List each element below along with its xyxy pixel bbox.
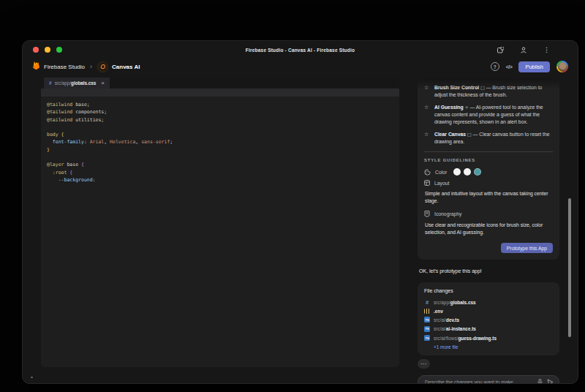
star-icon: ☆ <box>424 104 430 126</box>
chevron-right-icon: › <box>90 64 92 70</box>
code-editor-panel: # src/app/globals.css × @tailwind base;@… <box>41 78 399 367</box>
code-line: } <box>47 146 399 154</box>
color-guideline-row: Color <box>424 168 553 176</box>
code-line: font-family: Arial, Helvetica, sans-seri… <box>47 138 399 146</box>
chat-scrollbar-thumb[interactable] <box>568 198 571 337</box>
file-changes-title: File changes <box>424 288 553 293</box>
file-path-text: .env <box>434 309 443 314</box>
close-window-button[interactable] <box>33 47 39 53</box>
tab-filename: globals.css <box>71 80 96 86</box>
iconography-icon <box>424 211 430 217</box>
layout-guideline-row: Layout <box>424 180 553 186</box>
feature-list: ☆Brush Size Control ▢ — Brush size selec… <box>424 84 553 146</box>
code-line: body { <box>47 131 399 138</box>
code-area[interactable]: @tailwind base;@tailwind components;@tai… <box>41 97 399 184</box>
prototype-button-row: Prototype this App <box>424 243 553 253</box>
close-tab-icon[interactable]: × <box>101 80 105 86</box>
layout-icon <box>424 180 430 186</box>
ts-file-icon: TS <box>424 326 430 332</box>
feature-item: ☆Brush Size Control ▢ — Brush size selec… <box>424 84 553 99</box>
app-blueprint-card: ☆Brush Size Control ▢ — Brush size selec… <box>418 78 559 260</box>
file-row[interactable]: #src/app/globals.css <box>424 299 553 305</box>
minimize-window-button[interactable] <box>45 47 50 53</box>
canvas-ai-app-icon <box>97 61 108 72</box>
file-path-text: src/app/globals.css <box>434 300 476 305</box>
firebase-logo-icon <box>32 60 40 73</box>
app-window: Firebase Studio - Canvas AI - Firebase S… <box>22 40 578 384</box>
frame-icon: ▢ <box>479 85 486 90</box>
help-icon[interactable]: ? <box>491 62 499 71</box>
code-line <box>47 154 399 161</box>
chat-input[interactable] <box>423 379 533 385</box>
iconography-label: Iconography <box>434 211 461 216</box>
window-titlebar: Firebase Studio - Canvas AI - Firebase S… <box>23 41 578 59</box>
file-path-text: src/ai/ai-instance.ts <box>434 326 476 331</box>
file-path-text: src/ai/dev.ts <box>434 317 459 323</box>
palette-icon <box>424 169 431 176</box>
file-row[interactable]: TSsrc/ai/dev.ts <box>424 317 553 323</box>
user-profile-icon[interactable] <box>521 47 526 53</box>
code-line <box>47 124 399 131</box>
breadcrumb-app-name[interactable]: Canvas AI <box>112 64 140 70</box>
breadcrumb-brand[interactable]: Firebase Studio <box>44 64 85 70</box>
maximize-window-button[interactable] <box>56 47 62 53</box>
feature-text: Brush Size Control ▢ — Brush size select… <box>434 84 553 99</box>
publish-button[interactable]: Publish <box>518 61 550 72</box>
style-guidelines-heading: STYLE GUIDELINES <box>424 158 553 162</box>
color-swatches <box>453 168 481 176</box>
assistant-message: OK, let's prototype this app! <box>419 268 558 274</box>
editor-sticky-band <box>41 88 399 97</box>
code-line: @tailwind components; <box>47 108 399 116</box>
file-changes-card: File changes #src/app/globals.css.envTSs… <box>418 282 559 355</box>
feature-text: AI Guessing ✧ — AI-powered tool to analy… <box>434 104 553 126</box>
file-path-text: src/ai/flows/guess-drawing.ts <box>434 336 497 341</box>
editor-tab-globals-css[interactable]: # src/app/globals.css × <box>44 78 110 88</box>
frame-icon: ▢ <box>466 132 472 137</box>
desktop: Firebase Studio - Canvas AI - Firebase S… <box>0 0 585 392</box>
file-changes-list: #src/app/globals.css.envTSsrc/ai/dev.tsT… <box>424 299 553 341</box>
css-file-icon: # <box>424 299 430 305</box>
iconography-guideline-row: Iconography <box>424 211 553 217</box>
tab-path: src/app/ <box>55 80 71 86</box>
color-swatch <box>464 168 471 176</box>
browser-menu-icon[interactable]: ⋮ <box>543 47 550 53</box>
open-in-browser-icon[interactable] <box>497 47 504 53</box>
ts-file-icon: TS <box>424 317 430 323</box>
user-avatar[interactable] <box>556 61 568 72</box>
ai-chat-panel: ☆Brush Size Control ▢ — Brush size selec… <box>418 78 559 384</box>
iconography-description: Use clear and recognizable icons for bru… <box>425 222 553 236</box>
window-corner-dot <box>31 377 33 379</box>
card-divider <box>424 151 553 152</box>
app-header: Firebase Studio › Canvas AI ? </> Publis… <box>23 59 578 75</box>
traffic-lights <box>33 47 62 53</box>
layout-label: Layout <box>434 181 449 186</box>
css-file-icon: # <box>49 80 52 86</box>
code-line: @tailwind utilities; <box>47 116 399 124</box>
env-file-icon <box>424 309 430 314</box>
feature-item: ☆AI Guessing ✧ — AI-powered tool to anal… <box>424 104 553 126</box>
color-swatch <box>453 168 461 176</box>
code-line: @layer base { <box>47 161 399 168</box>
file-row[interactable]: .env <box>424 309 553 314</box>
feature-item: ☆Clear Canvas ▢ — Clear canvas button to… <box>424 131 553 146</box>
code-view-icon[interactable]: </> <box>506 64 513 69</box>
color-label: Color <box>435 170 447 175</box>
file-row[interactable]: TSsrc/ai/ai-instance.ts <box>424 326 553 332</box>
ts-file-icon: TS <box>424 335 430 341</box>
send-icon[interactable] <box>547 375 554 384</box>
editor-tab-bar: # src/app/globals.css × <box>41 78 399 88</box>
code-line: :root { <box>47 169 399 176</box>
prototype-this-app-button[interactable]: Prototype this App <box>501 243 553 253</box>
layout-description: Simple and intuitive layout with the can… <box>425 190 553 205</box>
file-row[interactable]: TSsrc/ai/flows/guess-drawing.ts <box>424 335 553 341</box>
chat-input-bar <box>418 375 559 385</box>
code-line: @tailwind base; <box>47 101 399 108</box>
code-line: --background: <box>47 176 399 184</box>
feature-text: Clear Canvas ▢ — Clear canvas button to … <box>434 131 553 146</box>
microphone-icon[interactable] <box>537 375 543 384</box>
color-swatch <box>474 168 481 176</box>
star-icon: ☆ <box>424 131 430 146</box>
typing-indicator: ··· <box>418 359 430 369</box>
more-files-link[interactable]: +1 more file <box>434 344 553 350</box>
window-title: Firebase Studio - Canvas AI - Firebase S… <box>23 48 578 53</box>
